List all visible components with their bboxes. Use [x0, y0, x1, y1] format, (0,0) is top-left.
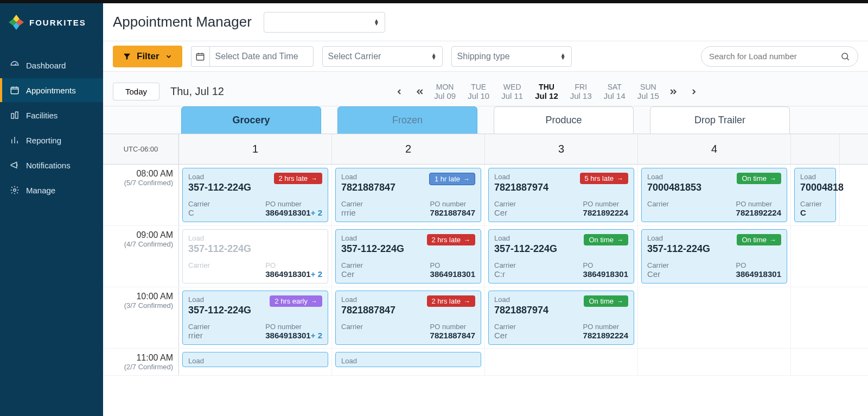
appointment-card[interactable]: Load — [335, 352, 481, 367]
tab-grocery[interactable]: Grocery — [181, 106, 321, 134]
facility-select[interactable]: ▲▼ — [264, 12, 385, 33]
day-fri[interactable]: FRIJul 13 — [570, 83, 592, 100]
appointment-card[interactable]: Load7000481853On time →CarrierPO number7… — [641, 168, 787, 222]
nav-facilities[interactable]: Facilities — [0, 103, 103, 127]
slot: Load78218878472 hrs late →CarrierPO numb… — [332, 287, 485, 348]
appointment-card[interactable]: Load78218878471 hr late →CarrierrrriePO … — [335, 168, 481, 222]
day-sat[interactable]: SATJul 14 — [604, 83, 626, 100]
status-badge: On time → — [737, 234, 781, 245]
today-button[interactable]: Today — [113, 83, 159, 100]
col-4: 4 — [638, 134, 791, 164]
status-badge: On time → — [737, 173, 781, 184]
appointment-card[interactable]: Load357-112-224G2 hrs late →CarrierCerPO… — [335, 229, 481, 283]
caret-icon: ▲▼ — [560, 53, 566, 60]
day-thu[interactable]: THUJul 12 — [535, 83, 558, 100]
slot — [638, 349, 791, 375]
col-5-partial — [791, 134, 840, 164]
search-icon — [840, 52, 850, 61]
slot: Load — [179, 349, 332, 375]
col-1: 1 — [179, 134, 332, 164]
slot — [638, 287, 791, 348]
appointment-card[interactable]: Load357-112-224G2 hrs late →CarrierCPO n… — [182, 168, 328, 222]
shipping-type-select[interactable]: Shipping type ▲▼ — [451, 46, 572, 67]
date-time-select[interactable]: Select Date and Time — [191, 46, 314, 67]
nav-label: Facilities — [26, 111, 58, 120]
nav-label: Reporting — [26, 136, 61, 145]
gauge-icon — [10, 60, 20, 70]
nav-label: Notifications — [26, 161, 71, 170]
time-cell: 09:00 AM(4/7 Confirmed) — [103, 226, 179, 287]
nav-reporting[interactable]: Reporting — [0, 128, 103, 152]
day-tue[interactable]: TUEJul 10 — [468, 83, 489, 100]
schedule-grid[interactable]: UTC-06:00 1 2 3 4 08:00 AM(5/7 Confirmed… — [103, 134, 868, 416]
svg-rect-6 — [16, 112, 18, 118]
time-cell: 10:00 AM(3/7 Confirmed) — [103, 287, 179, 348]
search-input[interactable] — [701, 46, 858, 67]
bars-icon — [10, 135, 20, 145]
slot: Load357-112-224G2 hrs late →CarrierCerPO… — [332, 226, 485, 287]
nav-notifications[interactable]: Notifications — [0, 153, 103, 177]
appointment-card[interactable]: Load357-112-224G2 hrs early →Carrierrrie… — [182, 291, 328, 345]
filter-button[interactable]: Filter — [113, 46, 182, 67]
col-2: 2 — [332, 134, 485, 164]
time-row: 09:00 AM(4/7 Confirmed)Load357-112-224GC… — [103, 226, 868, 287]
appointment-card[interactable]: Load — [182, 352, 328, 367]
appointment-card[interactable]: Load78218879745 hrs late →CarrierCerPO n… — [488, 168, 634, 222]
prev-week-icon[interactable] — [413, 85, 426, 98]
nav-appointments[interactable]: Appointments — [0, 78, 103, 102]
megaphone-icon — [10, 160, 20, 170]
building-icon — [10, 110, 20, 120]
page-title: Appointment Manager — [113, 14, 252, 30]
slot: Load357-112-224G2 hrs late →CarrierCPO n… — [179, 165, 332, 225]
nav-dashboard[interactable]: Dashboard — [0, 53, 103, 77]
gear-icon — [10, 185, 20, 195]
time-cell: 11:00 AM(2/7 Confirmed) — [103, 349, 179, 375]
filters-bar: Filter Select Date and Time Select Carri… — [103, 41, 868, 72]
next-week-icon[interactable] — [667, 85, 680, 98]
appointment-card[interactable]: Load357-112-224GOn time →CarrierC:rPO386… — [488, 229, 634, 283]
appointment-card[interactable]: Load357-112-224GOn time →CarrierCerPO386… — [641, 229, 787, 283]
status-badge: 1 hr late → — [429, 173, 475, 185]
search-field[interactable] — [709, 52, 840, 61]
slot: Load357-112-224GCarrierPO3864918301+ 2 — [179, 226, 332, 287]
chevron-down-icon — [165, 53, 173, 60]
calendar-icon — [191, 46, 209, 67]
tab-produce[interactable]: Produce — [494, 106, 634, 134]
main: Appointment Manager ▲▼ Filter Select Dat… — [103, 3, 868, 416]
appointment-card[interactable]: Load7821887974On time →CarrierCerPO numb… — [488, 291, 634, 345]
current-date: Thu, Jul 12 — [170, 85, 224, 98]
next-day-icon[interactable] — [687, 85, 700, 98]
nav: Dashboard Appointments Facilities Report… — [0, 41, 103, 202]
prev-day-icon[interactable] — [393, 85, 406, 98]
nav-label: Appointments — [26, 86, 76, 95]
appointment-card[interactable]: Load78218878472 hrs late →CarrierPO numb… — [335, 291, 481, 345]
time-row: 11:00 AM(2/7 Confirmed)LoadLoad — [103, 349, 868, 376]
time-row: 08:00 AM(5/7 Confirmed)Load357-112-224G2… — [103, 165, 868, 226]
slot: Load78218878471 hr late →CarrierrrriePO … — [332, 165, 485, 225]
nav-label: Dashboard — [26, 61, 66, 70]
day-sun[interactable]: SUNJul 15 — [637, 83, 659, 100]
day-wed[interactable]: WEDJul 11 — [501, 83, 523, 100]
status-badge: 2 hrs late → — [274, 173, 322, 184]
tab-frozen[interactable]: Frozen — [337, 106, 477, 134]
status-badge: On time → — [584, 295, 628, 307]
svg-rect-4 — [11, 87, 18, 94]
status-badge: 2 hrs late → — [427, 295, 475, 307]
status-badge: 5 hrs late → — [580, 173, 628, 184]
appointment-card[interactable]: Load70004818CarrierC — [794, 168, 836, 222]
topbar: Appointment Manager ▲▼ — [103, 3, 868, 41]
tab-drop-trailer[interactable]: Drop Trailer — [650, 106, 790, 134]
svg-point-9 — [842, 53, 848, 59]
svg-point-7 — [14, 189, 16, 192]
slot: Load78218879745 hrs late →CarrierCerPO n… — [485, 165, 638, 225]
nav-label: Manage — [26, 186, 55, 195]
nav-manage[interactable]: Manage — [0, 178, 103, 202]
carrier-select[interactable]: Select Carrier ▲▼ — [322, 46, 443, 67]
calendar-icon — [10, 85, 20, 95]
slot: Load70004818CarrierC — [791, 165, 840, 225]
funnel-icon — [123, 52, 131, 61]
logo-icon — [9, 15, 24, 30]
logo: FOURKITES — [0, 3, 103, 41]
day-mon[interactable]: MONJul 09 — [434, 83, 456, 100]
appointment-card[interactable]: Load357-112-224GCarrierPO3864918301+ 2 — [182, 229, 328, 283]
